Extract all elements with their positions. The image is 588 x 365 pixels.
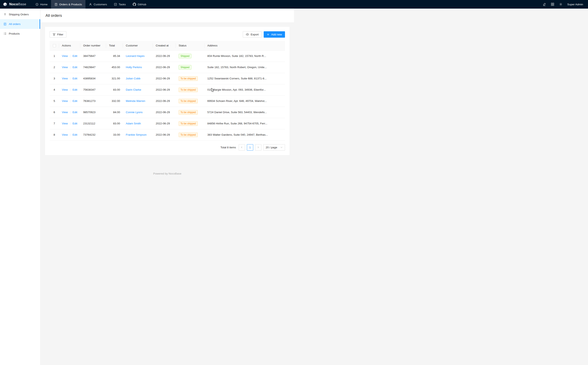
- status-badge: Shipped: [179, 54, 191, 58]
- page-header: All orders: [41, 9, 294, 22]
- total-cell: 453.00: [106, 62, 123, 73]
- customer-link[interactable]: Frankie Simpson: [126, 133, 146, 136]
- plus-icon: [267, 33, 269, 36]
- status-cell: Shipped: [176, 50, 204, 62]
- order-number-cell: 98570923: [80, 107, 106, 118]
- status-badge: To be shipped: [179, 99, 198, 103]
- content-area: Filter Export Add new: [41, 22, 294, 182]
- edit-link[interactable]: Edit: [73, 122, 77, 125]
- prev-page-button[interactable]: [239, 144, 245, 151]
- pagination-total: Total 8 items: [220, 146, 236, 149]
- chevron-left-icon: [241, 146, 243, 148]
- page-size-select[interactable]: 20 / page: [263, 144, 285, 151]
- export-button[interactable]: Export: [243, 31, 262, 38]
- edit-link[interactable]: Edit: [73, 88, 77, 91]
- address-cell: 804 Runte Mission, Suite 182, 15783, Nor…: [204, 50, 285, 62]
- row-index: 3: [50, 73, 59, 84]
- nav-item-label: Orders & Products: [59, 3, 82, 6]
- customer-link[interactable]: Julian Cobb: [126, 77, 140, 80]
- table-row: 2 ViewEdit 74829847 453.00 Holly Perkins…: [50, 62, 285, 73]
- order-number-cell: 23132112: [80, 118, 106, 129]
- view-link[interactable]: View: [62, 111, 68, 114]
- view-link[interactable]: View: [62, 66, 68, 69]
- customer-link[interactable]: Leonard Hayes: [126, 54, 145, 57]
- customer-link[interactable]: Connie Lyons: [126, 111, 143, 114]
- customer-link[interactable]: Holly Perkins: [126, 66, 142, 69]
- filter-button[interactable]: Filter: [50, 31, 66, 38]
- sidebar-item-all-orders[interactable]: All orders: [0, 19, 40, 29]
- actions-cell: ViewEdit: [59, 118, 80, 129]
- status-cell: To be shipped: [176, 129, 204, 140]
- row-index: 1: [50, 50, 59, 62]
- nav-item-customers[interactable]: Customers: [86, 0, 110, 9]
- status-badge: To be shipped: [179, 133, 198, 137]
- created-at-cell: 2022-06-29: [153, 73, 176, 84]
- status-badge: To be shipped: [179, 88, 198, 92]
- brand-logo[interactable]: NocoBase: [0, 0, 32, 9]
- view-link[interactable]: View: [62, 88, 68, 91]
- view-link[interactable]: View: [62, 99, 68, 103]
- select-all-checkbox[interactable]: [53, 44, 56, 47]
- edit-link[interactable]: Edit: [73, 77, 77, 80]
- edit-link[interactable]: Edit: [73, 133, 77, 136]
- created-at-cell: 2022-06-29: [153, 50, 176, 62]
- col-status: Status: [176, 41, 204, 50]
- col-customer: Customer: [123, 41, 153, 50]
- view-link[interactable]: View: [62, 77, 68, 80]
- col-order-number: Order number: [80, 41, 106, 50]
- customer-cell: Julian Cobb: [123, 73, 153, 84]
- select-all-header: [50, 41, 59, 50]
- orders-products-icon: [54, 3, 58, 6]
- order-number-cell: 73764232: [80, 129, 106, 140]
- col-total: Total: [106, 41, 123, 50]
- table-row: 7 ViewEdit 23132112 83.00 Adam Smith 202…: [50, 118, 285, 129]
- nav-item-github[interactable]: GitHub: [129, 0, 150, 9]
- address-cell: 69934 Schoen River, Apt. 646, 49704, Wal…: [204, 95, 285, 107]
- customer-link[interactable]: Darin Clarke: [126, 88, 141, 91]
- add-new-button[interactable]: Add new: [264, 31, 285, 38]
- order-number-cell: 76381273: [80, 95, 106, 107]
- address-cell: 383 Walter Gardens, Suite 040, 24947, Be…: [204, 129, 285, 140]
- top-navbar: NocoBase Home Orders & Products Customer…: [0, 0, 294, 9]
- order-number-cell: 43895834: [80, 73, 106, 84]
- view-link[interactable]: View: [62, 133, 68, 136]
- action-divider: [70, 133, 70, 136]
- col-actions: Actions: [59, 41, 80, 50]
- add-new-button-label: Add new: [271, 33, 282, 36]
- status-badge: Shipped: [179, 65, 191, 70]
- github-icon: [133, 3, 136, 6]
- nocobase-logo-icon: [3, 2, 7, 7]
- sidebar: Shipping Orders All orders Products: [0, 9, 40, 182]
- next-page-button[interactable]: [255, 144, 261, 151]
- actions-cell: ViewEdit: [59, 129, 80, 140]
- export-cloud-icon: [246, 33, 249, 36]
- sidebar-item-products[interactable]: Products: [0, 29, 40, 38]
- customers-icon: [89, 3, 92, 6]
- nav-item-tasks[interactable]: Tasks: [110, 0, 129, 9]
- table-header-row: Actions Order number Total Customer Crea…: [50, 41, 285, 50]
- edit-link[interactable]: Edit: [73, 66, 77, 69]
- total-cell: 83.00: [106, 84, 123, 95]
- brand-name: NocoBase: [9, 2, 26, 6]
- customer-cell: Melinda Warren: [123, 95, 153, 107]
- edit-link[interactable]: Edit: [73, 99, 77, 103]
- nav-item-orders-products[interactable]: Orders & Products: [51, 0, 86, 9]
- actions-cell: ViewEdit: [59, 107, 80, 118]
- view-link[interactable]: View: [62, 54, 68, 57]
- sidebar-item-shipping-orders[interactable]: Shipping Orders: [0, 10, 40, 19]
- action-divider: [70, 66, 70, 69]
- total-cell: 332.00: [106, 95, 123, 107]
- customer-link[interactable]: Melinda Warren: [126, 99, 145, 103]
- customer-link[interactable]: Adam Smith: [126, 122, 141, 125]
- table-row: 3 ViewEdit 43895834 321.00 Julian Cobb 2…: [50, 73, 285, 84]
- pagination: Total 8 items 1 20 / page: [50, 144, 285, 151]
- nav-item-home[interactable]: Home: [32, 0, 51, 9]
- status-badge: To be shipped: [179, 76, 198, 81]
- view-link[interactable]: View: [62, 122, 68, 125]
- edit-link[interactable]: Edit: [73, 111, 77, 114]
- nav-item-label: Customers: [94, 3, 107, 6]
- orders-table: Actions Order number Total Customer Crea…: [50, 41, 285, 140]
- edit-link[interactable]: Edit: [73, 54, 77, 57]
- page-1-button[interactable]: 1: [247, 144, 253, 151]
- created-at-cell: 2022-06-29: [153, 84, 176, 95]
